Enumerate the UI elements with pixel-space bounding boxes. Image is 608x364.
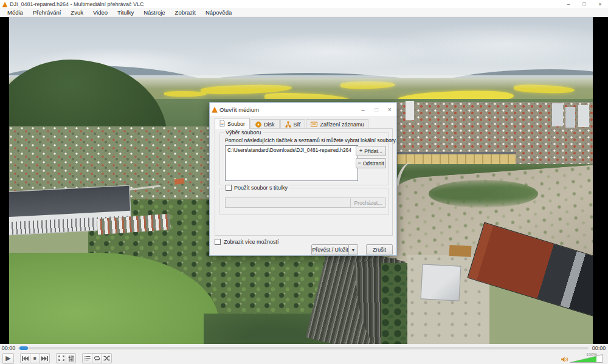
show-more-label: Zobrazit více možností (224, 239, 279, 245)
dialog-minimize-button[interactable]: – (356, 103, 370, 116)
tab-panel-file: Výběr souboru Pomocí následujících tlačí… (215, 128, 393, 236)
network-icon (285, 122, 291, 128)
menu-audio[interactable]: Zvuk (66, 8, 88, 17)
scene-bushes (429, 180, 538, 208)
seek-row: 00:00 00:00 (0, 344, 608, 352)
seek-handle[interactable] (19, 346, 28, 350)
playlist-button[interactable] (82, 353, 92, 363)
time-elapsed: 00:00 (0, 345, 17, 351)
add-file-button[interactable]: + Přidat... (356, 146, 386, 156)
stop-icon: ■ (33, 355, 36, 361)
fullscreen-icon (58, 355, 64, 361)
menu-view[interactable]: Zobrazit (170, 8, 201, 17)
file-list-item[interactable]: C:\Users\standard\Downloads\DJI_0481-rep… (226, 146, 358, 154)
remove-file-button[interactable]: − Odstranit (356, 158, 386, 168)
scene-highrise (565, 107, 575, 128)
vlc-cone-icon (2, 2, 7, 7)
next-button[interactable] (40, 353, 50, 363)
dialog-titlebar[interactable]: Otevřít médium – □ × (210, 103, 396, 116)
scene-highrise (552, 103, 563, 126)
file-list[interactable]: C:\Users\standard\Downloads\DJI_0481-rep… (225, 145, 358, 181)
equalizer-icon (68, 355, 74, 362)
capture-device-icon (311, 122, 317, 127)
volume-control: 100% (561, 354, 606, 363)
subtitle-group: Použít soubor s titulky Procházet... (219, 188, 389, 215)
menu-tools[interactable]: Nástroje (139, 8, 170, 17)
open-media-dialog: Otevřít médium – □ × Soubor Disk Síť (209, 102, 397, 256)
file-selection-legend: Výběr souboru (224, 129, 263, 136)
menu-playback[interactable]: Přehrávání (28, 8, 66, 17)
random-button[interactable] (102, 353, 112, 363)
previous-icon (22, 356, 29, 361)
tab-capture[interactable]: Zařízení záznamu (306, 119, 368, 129)
loop-icon (94, 355, 100, 361)
play-icon: ▶ (5, 354, 10, 362)
previous-button[interactable] (20, 353, 30, 363)
minus-icon: − (358, 160, 361, 166)
subtitle-path-input (225, 197, 354, 208)
tab-network[interactable]: Síť (280, 119, 306, 129)
tab-disc-label: Disk (264, 122, 275, 128)
playlist-icon (85, 355, 91, 361)
menu-subtitles[interactable]: Titulky (112, 8, 139, 17)
menu-video[interactable]: Video (88, 8, 112, 17)
add-file-label: Přidat... (364, 148, 382, 154)
subtitle-checkbox[interactable] (226, 185, 232, 191)
shuffle-icon (103, 355, 110, 361)
scene-rapeseed-field (164, 91, 207, 97)
scene-tan-building (449, 245, 472, 257)
tab-disc[interactable]: Disk (250, 119, 280, 129)
next-icon (41, 356, 48, 361)
menu-help[interactable]: Nápověda (201, 8, 237, 17)
window-titlebar[interactable]: DJI_0481-repaired.h264 - Multimediální p… (0, 0, 608, 8)
scene-factory-roof (9, 186, 130, 217)
transport-controls: ▶ ■ 100% (0, 352, 608, 364)
tab-network-label: Síť (294, 122, 301, 128)
convert-dropdown-arrow[interactable]: ▼ (349, 244, 358, 255)
dialog-maximize-button: □ (370, 103, 383, 116)
scene-white-building (421, 264, 461, 301)
scene-tower (406, 101, 414, 120)
stop-button[interactable]: ■ (30, 353, 40, 363)
minimize-button[interactable]: – (561, 0, 576, 8)
dialog-tabs: Soubor Disk Síť Zařízení záznamu (215, 118, 369, 129)
convert-save-button[interactable]: Převést / Uložit (311, 244, 349, 255)
extended-settings-button[interactable] (66, 353, 76, 363)
subtitle-checkbox-row[interactable]: Použít soubor s titulky (224, 185, 289, 191)
dialog-close-button[interactable]: × (383, 103, 396, 116)
plus-icon: + (359, 148, 362, 154)
file-icon (219, 120, 225, 127)
speaker-icon[interactable] (561, 356, 568, 363)
play-button[interactable]: ▶ (2, 353, 14, 364)
close-button[interactable]: × (592, 0, 608, 8)
volume-percent: 100% (586, 352, 597, 357)
browse-button: Procházet... (350, 197, 386, 208)
tab-capture-label: Zařízení záznamu (320, 122, 364, 128)
show-more-options-row[interactable]: Zobrazit více možností (215, 239, 279, 245)
scene-highrise (578, 105, 589, 127)
subtitle-checkbox-label: Použít soubor s titulky (234, 185, 288, 191)
fullscreen-button[interactable] (56, 353, 66, 363)
cancel-button[interactable]: Zrušit (366, 244, 393, 255)
loop-button[interactable] (92, 353, 102, 363)
dialog-title: Otevřít médium (219, 106, 259, 113)
dialog-footer-buttons: Převést / Uložit ▼ Zrušit (311, 244, 393, 255)
menu-media[interactable]: Média (2, 8, 28, 17)
vlc-cone-icon (212, 107, 218, 112)
tab-file[interactable]: Soubor (215, 118, 250, 129)
window-title: DJI_0481-repaired.h264 - Multimediální p… (10, 1, 561, 7)
restore-button[interactable]: □ (576, 0, 592, 8)
remove-file-label: Odstranit (363, 160, 384, 167)
show-more-checkbox[interactable] (215, 239, 221, 245)
file-selection-hint: Pomocí následujících tlačítek a seznamů … (225, 137, 397, 143)
disc-icon (255, 122, 261, 128)
file-selection-group: Výběr souboru Pomocí následujících tlačí… (219, 132, 389, 185)
tab-file-label: Soubor (227, 121, 245, 127)
time-total: 00:00 (590, 345, 608, 351)
menu-bar: Média Přehrávání Zvuk Video Titulky Nást… (0, 8, 608, 17)
seek-bar[interactable] (18, 347, 589, 349)
